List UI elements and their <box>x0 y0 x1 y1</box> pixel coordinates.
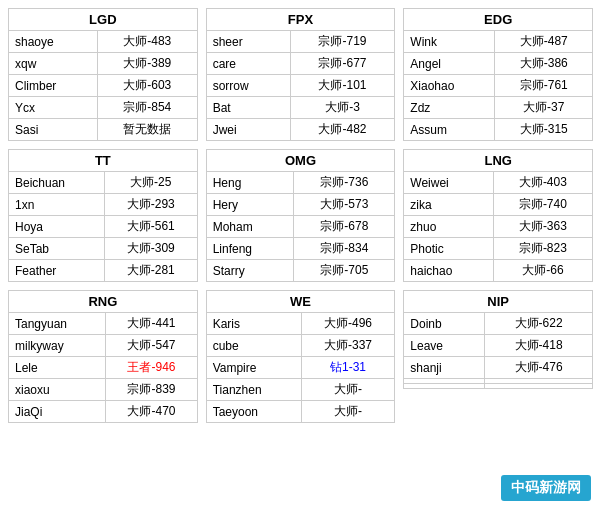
player-name: Jwei <box>206 119 290 141</box>
team-table-rng: RNGTangyuan大师-441milkyway大师-547Lele王者-94… <box>8 290 198 423</box>
player-name: xqw <box>9 53 98 75</box>
team-name-tt: TT <box>9 150 198 172</box>
team-wrapper-we: WEKaris大师-496cube大师-337Vampire钻1-31Tianz… <box>206 290 396 423</box>
player-rank: 大师-101 <box>290 75 395 97</box>
table-row: Sasi暂无数据 <box>9 119 198 141</box>
table-row: shanji大师-476 <box>404 357 593 379</box>
table-row: Doinb大师-622 <box>404 313 593 335</box>
watermark: 中码新游网 <box>501 475 591 501</box>
team-wrapper-tt: TTBeichuan大师-251xn大师-293Hoya大师-561SeTab大… <box>8 149 198 282</box>
table-row: Starry宗师-705 <box>206 260 395 282</box>
table-row: Assum大师-315 <box>404 119 593 141</box>
table-row: Tangyuan大师-441 <box>9 313 198 335</box>
player-name: haichao <box>404 260 493 282</box>
player-name: Linfeng <box>206 238 294 260</box>
player-name: Heng <box>206 172 294 194</box>
team-table-lgd: LGDshaoye大师-483xqw大师-389Climber大师-603Ycx… <box>8 8 198 141</box>
table-row: Climber大师-603 <box>9 75 198 97</box>
player-name: sorrow <box>206 75 290 97</box>
player-rank: 暂无数据 <box>97 119 197 141</box>
team-table-fpx: FPXsheer宗师-719care宗师-677sorrow大师-101Bat大… <box>206 8 396 141</box>
player-rank: 大师-25 <box>104 172 197 194</box>
player-name: Hery <box>206 194 294 216</box>
player-rank: 大师-483 <box>97 31 197 53</box>
table-row: zika宗师-740 <box>404 194 593 216</box>
player-rank: 大师-547 <box>106 335 197 357</box>
player-name: Feather <box>9 260 105 282</box>
team-wrapper-fpx: FPXsheer宗师-719care宗师-677sorrow大师-101Bat大… <box>206 8 396 141</box>
team-wrapper-lgd: LGDshaoye大师-483xqw大师-389Climber大师-603Ycx… <box>8 8 198 141</box>
team-wrapper-omg: OMGHeng宗师-736Hery大师-573Moham宗师-678Linfen… <box>206 149 396 282</box>
player-name: Taeyoon <box>206 401 301 423</box>
player-rank: 大师-403 <box>493 172 592 194</box>
player-name: xiaoxu <box>9 379 106 401</box>
team-table-nip: NIPDoinb大师-622Leave大师-418shanji大师-476 <box>403 290 593 389</box>
team-name-edg: EDG <box>404 9 593 31</box>
player-rank: 大师-386 <box>495 53 593 75</box>
player-name: Ycx <box>9 97 98 119</box>
table-row: Jwei大师-482 <box>206 119 395 141</box>
table-row: Vampire钻1-31 <box>206 357 395 379</box>
player-rank: 大师-418 <box>485 335 593 357</box>
team-name-rng: RNG <box>9 291 198 313</box>
player-rank: 大师-476 <box>485 357 593 379</box>
table-row: Leave大师-418 <box>404 335 593 357</box>
table-row: Lele王者-946 <box>9 357 198 379</box>
player-rank: 宗师-719 <box>290 31 395 53</box>
player-name: Sasi <box>9 119 98 141</box>
player-name: Tianzhen <box>206 379 301 401</box>
team-name-lng: LNG <box>404 150 593 172</box>
player-name: Assum <box>404 119 495 141</box>
team-wrapper-rng: RNGTangyuan大师-441milkyway大师-547Lele王者-94… <box>8 290 198 423</box>
player-name: Photic <box>404 238 493 260</box>
player-rank: 宗师-761 <box>495 75 593 97</box>
team-name-fpx: FPX <box>206 9 395 31</box>
player-name: SeTab <box>9 238 105 260</box>
player-name: cube <box>206 335 301 357</box>
player-rank: 大师-603 <box>97 75 197 97</box>
main-grid: LGDshaoye大师-483xqw大师-389Climber大师-603Ycx… <box>0 0 601 431</box>
table-row: SeTab大师-309 <box>9 238 198 260</box>
player-rank: 大师-622 <box>485 313 593 335</box>
table-row: xqw大师-389 <box>9 53 198 75</box>
player-name: Vampire <box>206 357 301 379</box>
player-name: Wink <box>404 31 495 53</box>
table-row: Tianzhen大师- <box>206 379 395 401</box>
table-row: Weiwei大师-403 <box>404 172 593 194</box>
table-row: Photic宗师-823 <box>404 238 593 260</box>
table-row: sorrow大师-101 <box>206 75 395 97</box>
player-name: shaoye <box>9 31 98 53</box>
team-wrapper-lng: LNGWeiwei大师-403zika宗师-740zhuo大师-363Photi… <box>403 149 593 282</box>
team-table-we: WEKaris大师-496cube大师-337Vampire钻1-31Tianz… <box>206 290 396 423</box>
table-row: Linfeng宗师-834 <box>206 238 395 260</box>
table-row: xiaoxu宗师-839 <box>9 379 198 401</box>
player-rank: 大师-389 <box>97 53 197 75</box>
team-name-nip: NIP <box>404 291 593 313</box>
player-rank: 大师-573 <box>294 194 395 216</box>
player-name: milkyway <box>9 335 106 357</box>
table-row: Xiaohao宗师-761 <box>404 75 593 97</box>
player-rank: 大师-363 <box>493 216 592 238</box>
player-name: Bat <box>206 97 290 119</box>
player-name: Leave <box>404 335 485 357</box>
player-rank: 宗师-736 <box>294 172 395 194</box>
table-row: 1xn大师-293 <box>9 194 198 216</box>
player-name: Lele <box>9 357 106 379</box>
table-row: Ycx宗师-854 <box>9 97 198 119</box>
table-row: Hery大师-573 <box>206 194 395 216</box>
player-name <box>404 384 485 389</box>
team-name-lgd: LGD <box>9 9 198 31</box>
team-name-omg: OMG <box>206 150 395 172</box>
team-name-we: WE <box>206 291 395 313</box>
player-rank: 大师-66 <box>493 260 592 282</box>
table-row: Heng宗师-736 <box>206 172 395 194</box>
player-name: JiaQi <box>9 401 106 423</box>
player-name: Angel <box>404 53 495 75</box>
player-name: zhuo <box>404 216 493 238</box>
player-rank: 大师-315 <box>495 119 593 141</box>
player-rank: 大师- <box>301 379 395 401</box>
table-row <box>404 384 593 389</box>
team-wrapper-nip: NIPDoinb大师-622Leave大师-418shanji大师-476 <box>403 290 593 423</box>
player-rank: 宗师-834 <box>294 238 395 260</box>
table-row: Beichuan大师-25 <box>9 172 198 194</box>
